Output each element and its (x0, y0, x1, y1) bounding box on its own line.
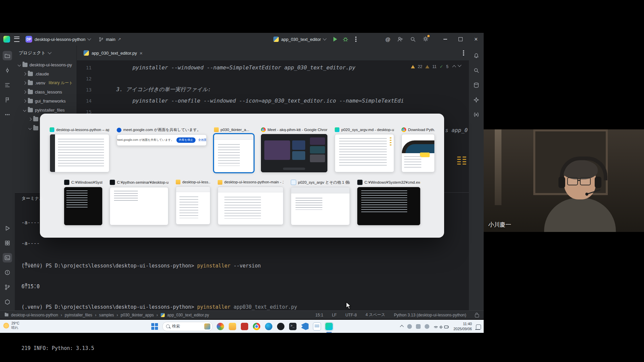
terminal-tool-icon[interactable] (3, 253, 12, 262)
tab-options-icon[interactable] (463, 52, 464, 54)
tab-app-030-text-editor[interactable]: app_030_text_editor.py (80, 46, 146, 60)
inspections-widget[interactable]: 22 11 5 (409, 63, 463, 70)
indent-setting[interactable]: 4 スペース (366, 312, 385, 318)
fullscreen-link[interactable]: 全画面 (198, 138, 207, 142)
taskbar-icon-photos[interactable] (216, 322, 225, 331)
alt-tab-item-cmd1[interactable]: C:¥Windows¥Syst... (64, 180, 102, 225)
window-thumbnail[interactable] (64, 187, 102, 225)
add-user-icon[interactable] (397, 36, 403, 42)
breadcrumb-item[interactable]: samples (99, 313, 114, 317)
python-interpreter[interactable]: Python 3.13 (desktop-ui-lessons-python) (394, 313, 466, 317)
window-thumbnail[interactable] (110, 187, 168, 225)
taskbar-weather-widget[interactable]: 29°C 晴れ (3, 321, 19, 330)
window-thumbnail[interactable] (401, 134, 435, 172)
breadcrumb-item[interactable]: desktop-ui-lessons-python (11, 313, 58, 317)
chevron-collapsed-icon[interactable] (23, 90, 26, 94)
taskbar-icon-pycharm[interactable] (325, 322, 333, 331)
selected-window-thumbnail[interactable] (214, 134, 254, 172)
shield-icon[interactable] (416, 324, 421, 329)
notifications-bell-icon[interactable] (472, 51, 481, 60)
window-thumbnail[interactable] (335, 134, 394, 172)
maximize-button[interactable] (453, 33, 468, 46)
chevron-collapsed-icon[interactable] (29, 118, 32, 121)
alt-tab-item-explorer-main[interactable]: desktop-ui-lessons-python-main - エク... (218, 180, 283, 225)
alt-tab-item-pycharm-md[interactable]: p020_sys_argv.md - desktop-ui-le... (335, 127, 394, 172)
alt-tab-item-cmd2[interactable]: C:¥Windows¥System32¥cmd.exe (357, 180, 420, 225)
find-tool-icon[interactable] (472, 66, 481, 75)
variables-tool-icon[interactable] (472, 110, 481, 119)
close-button[interactable] (468, 33, 484, 46)
tray-overflow-icon[interactable] (400, 325, 404, 328)
window-thumbnail[interactable] (176, 186, 210, 225)
chevron-collapsed-icon[interactable] (23, 72, 26, 76)
taskbar-icon-edge[interactable] (264, 322, 273, 331)
tree-item-gui-frameworks[interactable]: gui_frameworks (15, 97, 76, 106)
window-thumbnail[interactable] (50, 134, 109, 172)
lock-icon[interactable] (475, 314, 479, 317)
line-ending[interactable]: LF (332, 313, 337, 317)
chevron-expanded-icon[interactable] (29, 127, 32, 130)
tray-clock[interactable]: 11:40 2025/09/06 (453, 321, 472, 331)
project-panel-header[interactable]: プロジェクト (15, 46, 76, 60)
alt-tab-item-meet-chrome[interactable]: Meet - akq-pihm-ktt - Google Chrome (261, 127, 327, 172)
teams-icon[interactable] (425, 324, 429, 329)
alt-tab-item-pycharm[interactable]: desktop-ui-lessons-python – app... (50, 127, 109, 172)
tree-item-root[interactable]: desktop-ui-lessons-py (15, 60, 76, 69)
taskbar-search[interactable]: 検索 (162, 322, 213, 331)
alt-tab-item-python-download[interactable]: Download Pyth... (401, 127, 435, 172)
run-config-selector[interactable]: app_030_text_editor (271, 36, 328, 43)
file-encoding[interactable]: UTF-8 (345, 313, 357, 317)
commit-tool-icon[interactable] (3, 66, 12, 75)
start-button[interactable] (150, 322, 159, 331)
taskbar-icon-explorer[interactable] (228, 322, 237, 331)
chevron-expanded-icon[interactable] (18, 63, 21, 67)
breadcrumb-item[interactable]: pyinstaller_files (65, 313, 92, 317)
window-thumbnail[interactable] (357, 187, 420, 225)
window-thumbnail[interactable] (291, 187, 350, 225)
alt-tab-item-explorer-small[interactable]: desktop-ui-less... (176, 180, 210, 225)
breadcrumb[interactable]: desktop-ui-lessons-python › pyinstaller_… (5, 313, 209, 317)
taskbar-icon-notepad[interactable] (313, 322, 321, 331)
services-tool-icon[interactable] (3, 238, 12, 248)
notification-bell-icon[interactable] (476, 324, 481, 329)
taskbar-icon-github[interactable] (276, 322, 285, 331)
main-menu-icon[interactable] (14, 37, 19, 42)
chevron-collapsed-icon[interactable] (23, 81, 26, 85)
tree-item-claude[interactable]: .claude (15, 69, 76, 78)
taskbar-icon-terminal[interactable] (288, 322, 297, 331)
more-actions-icon[interactable] (355, 39, 357, 40)
taskbar-icon-presentation[interactable] (240, 322, 249, 331)
chevron-expanded-icon[interactable] (23, 109, 26, 112)
breadcrumb-item[interactable]: app_030_text_editor.py (167, 313, 209, 317)
more-tool-windows-icon[interactable] (3, 110, 12, 119)
python-packages-tool-icon[interactable] (3, 297, 12, 307)
search-icon[interactable] (410, 36, 416, 42)
alt-tab-item-notepad-tabs[interactable]: p020_sys_argv とその他 1 個のタブ ... (291, 180, 350, 225)
tree-item-pyinstaller-files[interactable]: pyinstaller_files (15, 106, 76, 115)
settings-gear-icon[interactable] (423, 36, 429, 43)
tree-item-venv[interactable]: .venv library ルート (15, 78, 76, 87)
caret-position[interactable]: 15:1 (315, 313, 323, 317)
alt-tab-item-meet-share[interactable]: meet.google.com が画面を共有しています。 meet.google… (117, 127, 207, 146)
chevron-down-icon[interactable] (458, 63, 461, 67)
project-tool-icon[interactable] (3, 51, 12, 60)
tree-item-class-lessons[interactable]: class_lessons (15, 87, 76, 97)
taskbar-icon-chrome[interactable] (252, 322, 261, 331)
chevron-collapsed-icon[interactable] (23, 100, 26, 103)
meet-share-banner-thumbnail[interactable]: meet.google.com が画面を共有しています。 共有を停止 全画面 (117, 134, 207, 146)
structure-tool-icon[interactable] (3, 80, 12, 90)
stop-sharing-button[interactable]: 共有を停止 (176, 137, 196, 143)
bookmarks-tool-icon[interactable] (3, 95, 12, 105)
project-widget[interactable]: DP desktop-ui-lessons-python (23, 35, 93, 44)
run-button[interactable] (333, 37, 337, 42)
cloud-icon[interactable] (407, 324, 412, 329)
problems-tool-icon[interactable] (3, 268, 12, 277)
window-thumbnail[interactable] (218, 187, 283, 225)
alt-tab-item-selected-explorer[interactable]: p030_tkinter_a... (214, 127, 254, 172)
window-thumbnail[interactable] (261, 134, 327, 172)
taskbar-icon-vscode[interactable] (301, 322, 309, 331)
run-tool-icon[interactable] (3, 224, 12, 233)
chevron-up-icon[interactable] (452, 65, 456, 69)
close-tab-icon[interactable] (140, 50, 143, 56)
branch-widget[interactable]: main ↗ (97, 36, 123, 43)
